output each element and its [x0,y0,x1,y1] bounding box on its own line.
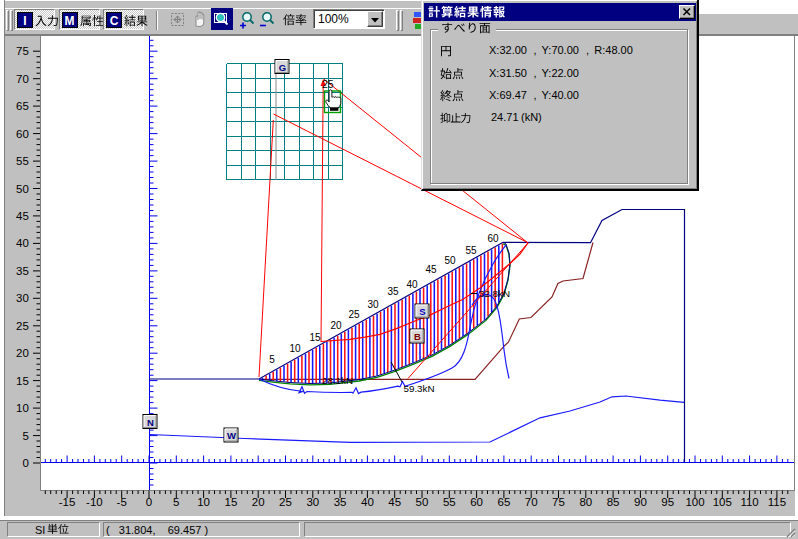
svg-text:15: 15 [225,496,238,508]
svg-text:30: 30 [16,292,29,304]
svg-text:G: G [279,62,286,73]
svg-text:-15: -15 [59,496,76,508]
svg-text:25: 25 [279,496,292,508]
svg-text:75: 75 [552,496,565,508]
svg-text:-10: -10 [86,496,103,508]
svg-text:W: W [227,430,236,441]
svg-text:70: 70 [525,496,538,508]
svg-text:20: 20 [16,347,29,359]
svg-text:35: 35 [16,265,29,277]
svg-text:105: 105 [713,496,732,508]
svg-text:20: 20 [330,320,342,331]
svg-text:25: 25 [322,78,334,90]
svg-text:45: 45 [16,210,29,222]
svg-text:0: 0 [146,496,152,508]
svg-text:35: 35 [334,496,347,508]
svg-text:65: 65 [498,496,511,508]
svg-text:100: 100 [685,496,704,508]
svg-text:25: 25 [348,309,360,320]
svg-text:10: 10 [197,496,210,508]
svg-text:40: 40 [16,237,29,249]
svg-text:50: 50 [16,183,29,195]
svg-text:30: 30 [367,299,379,310]
svg-text:10: 10 [16,402,29,414]
svg-text:0: 0 [22,457,28,469]
svg-text:10: 10 [289,343,301,354]
svg-text:35: 35 [387,286,399,297]
svg-text:75: 75 [16,45,29,57]
svg-text:95: 95 [661,496,674,508]
svg-text:70: 70 [16,73,29,85]
svg-text:40: 40 [406,279,418,290]
svg-text:15: 15 [309,332,321,343]
svg-text:115: 115 [768,496,786,508]
svg-text:5: 5 [22,430,28,442]
svg-text:59.3kN: 59.3kN [404,383,435,394]
svg-text:15: 15 [16,375,29,387]
svg-text:45: 45 [425,264,437,275]
svg-text:60: 60 [470,496,483,508]
svg-text:S: S [419,306,425,317]
svg-text:50: 50 [444,255,456,266]
svg-text:60: 60 [487,233,499,244]
svg-text:32.8kN: 32.8kN [479,288,510,299]
svg-text:85: 85 [607,496,620,508]
svg-text:80: 80 [579,496,592,508]
svg-text:N: N [147,417,154,428]
svg-text:65: 65 [16,100,29,112]
svg-text:28.1kN: 28.1kN [322,375,353,386]
svg-text:60: 60 [16,128,29,140]
svg-text:110: 110 [740,496,758,508]
svg-text:55: 55 [443,496,456,508]
svg-text:5: 5 [269,354,275,365]
svg-text:50: 50 [416,496,429,508]
svg-text:B: B [414,331,421,342]
svg-text:5: 5 [173,496,179,508]
svg-text:40: 40 [361,496,374,508]
svg-text:-5: -5 [117,496,127,508]
svg-text:55: 55 [16,155,29,167]
svg-text:30: 30 [306,496,319,508]
svg-text:20: 20 [252,496,265,508]
svg-text:55: 55 [465,245,477,256]
svg-text:45: 45 [388,496,401,508]
svg-text:25: 25 [16,320,29,332]
svg-text:90: 90 [634,496,647,508]
